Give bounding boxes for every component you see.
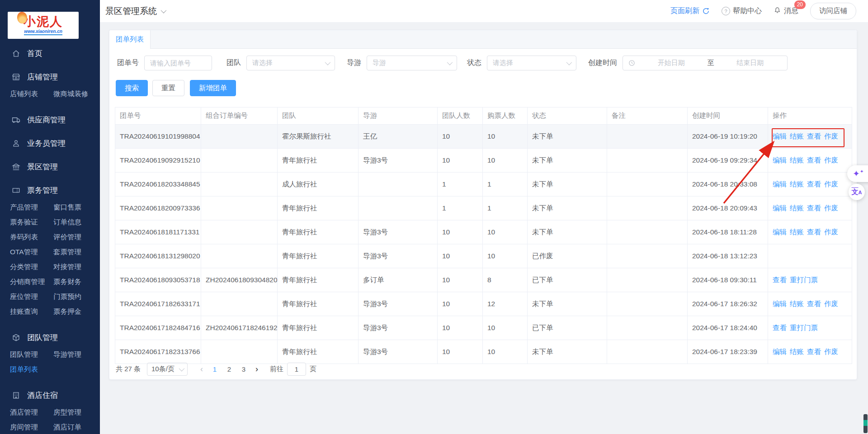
page-number-3[interactable]: 3: [236, 364, 251, 375]
action-view[interactable]: 查看: [807, 156, 821, 165]
action-edit[interactable]: 编辑: [773, 132, 787, 141]
sidebar-item[interactable]: 房型管理: [53, 408, 100, 417]
ai-assistant-button[interactable]: ✦✦: [847, 165, 868, 182]
action-edit[interactable]: 编辑: [773, 299, 787, 309]
team-select[interactable]: 请选择: [246, 56, 335, 70]
sidebar-item[interactable]: 团队管理: [10, 350, 53, 359]
action-view[interactable]: 查看: [807, 299, 821, 309]
sidebar-item[interactable]: 分类管理: [10, 262, 53, 272]
sidebar-section-truck[interactable]: 供应商管理: [12, 114, 100, 125]
sidebar-section-shop[interactable]: 店铺管理: [12, 71, 100, 82]
action-void[interactable]: 作废: [824, 228, 838, 237]
search-button[interactable]: 搜索: [116, 80, 148, 96]
cell-guide: 导游3号: [359, 220, 438, 244]
sidebar-section-user[interactable]: 业务员管理: [12, 138, 100, 149]
sidebar-item[interactable]: 导游管理: [53, 350, 100, 359]
sidebar-item[interactable]: 店铺列表: [10, 89, 53, 99]
sidebar-section-ticket[interactable]: 票务管理: [12, 185, 100, 196]
sidebar-item[interactable]: 座位管理: [10, 292, 53, 302]
action-settle[interactable]: 结账: [790, 347, 804, 357]
scrollbar-thumb[interactable]: [863, 414, 868, 433]
sidebar-item[interactable]: 酒店订单: [53, 423, 100, 432]
cell-guide: 导游3号: [359, 340, 438, 364]
action-view[interactable]: 查看: [807, 132, 821, 141]
action-view[interactable]: 查看: [807, 228, 821, 237]
action-edit[interactable]: 编辑: [773, 204, 787, 213]
sidebar-item[interactable]: OTA管理: [10, 247, 53, 257]
action-view[interactable]: 查看: [773, 275, 787, 285]
action-settle[interactable]: 结账: [790, 204, 804, 213]
action-settle[interactable]: 结账: [790, 299, 804, 309]
order-no-input[interactable]: [144, 56, 212, 70]
reset-button[interactable]: 重置: [152, 80, 184, 96]
column-header: 购票人数: [483, 107, 528, 124]
cell-actions: 编辑结账查看作废: [768, 340, 849, 364]
action-settle[interactable]: 结账: [790, 156, 804, 165]
add-group-order-button[interactable]: 新增团单: [190, 80, 236, 96]
action-edit[interactable]: 编辑: [773, 228, 787, 237]
action-edit[interactable]: 编辑: [773, 347, 787, 357]
refresh-button[interactable]: 页面刷新: [670, 6, 710, 16]
cell-team-size: 10: [438, 244, 483, 268]
guide-select[interactable]: 导游: [367, 56, 457, 70]
sidebar-item[interactable]: 门票预约: [53, 292, 100, 302]
action-void[interactable]: 作废: [824, 180, 838, 189]
sidebar-item[interactable]: 评价管理: [53, 233, 100, 242]
sidebar-item[interactable]: 微商城装修: [53, 89, 100, 99]
sidebar-item[interactable]: 房间管理: [10, 423, 53, 432]
page-number-1[interactable]: 1: [208, 364, 222, 375]
page-number-2[interactable]: 2: [222, 364, 236, 375]
sidebar-item[interactable]: 产品管理: [10, 203, 53, 212]
page-size-select[interactable]: 10条/页: [147, 363, 188, 376]
status-select[interactable]: 请选择: [487, 56, 576, 70]
sidebar-item[interactable]: 套票管理: [53, 247, 100, 257]
sidebar-section-hotel[interactable]: 酒店住宿: [12, 390, 100, 401]
sidebar-section-bank[interactable]: 景区管理: [12, 161, 100, 172]
next-page-button[interactable]: ›: [251, 364, 263, 374]
action-void[interactable]: 作废: [824, 132, 838, 141]
sidebar-subitems: 团队管理导游管理团单列表: [10, 347, 100, 377]
sidebar-item[interactable]: 票务财务: [53, 277, 100, 287]
prev-page-button[interactable]: ‹: [196, 364, 208, 374]
action-edit[interactable]: 编辑: [773, 156, 787, 165]
action-view[interactable]: 查看: [807, 347, 821, 357]
action-void[interactable]: 作废: [824, 347, 838, 357]
sidebar-item[interactable]: 券码列表: [10, 233, 53, 242]
sidebar-item[interactable]: 订单信息: [53, 218, 100, 227]
action-void[interactable]: 作废: [824, 299, 838, 309]
sidebar-item[interactable]: 票务验证: [10, 218, 53, 227]
status-label: 状态: [467, 58, 481, 68]
sidebar-item[interactable]: 酒店管理: [10, 408, 53, 417]
cell-team: 成人旅行社: [278, 173, 359, 196]
help-center-button[interactable]: ? 帮助中心: [722, 6, 762, 16]
sidebar-item[interactable]: 挂账查询: [10, 307, 53, 317]
messages-button[interactable]: 消息 20: [774, 6, 798, 16]
logo[interactable]: 小泥人 www.xiaoniren.cn: [8, 12, 79, 39]
action-settle[interactable]: 结账: [790, 228, 804, 237]
action-void[interactable]: 作废: [824, 204, 838, 213]
sidebar-section-box[interactable]: 团队管理: [12, 332, 100, 343]
action-settle[interactable]: 结账: [790, 132, 804, 141]
sidebar-item[interactable]: 票务押金: [53, 307, 100, 317]
action-view[interactable]: 查看: [807, 180, 821, 189]
sidebar-item[interactable]: 团单列表: [10, 365, 53, 374]
action-reprint-ticket[interactable]: 重打门票: [790, 275, 818, 285]
action-settle[interactable]: 结账: [790, 180, 804, 189]
action-view[interactable]: 查看: [807, 204, 821, 213]
sidebar-section-home[interactable]: 首页: [12, 48, 100, 59]
app-title[interactable]: 景区管理系统: [105, 5, 165, 17]
translate-button[interactable]: 文A: [849, 184, 865, 200]
sidebar-item[interactable]: 对接管理: [53, 262, 100, 272]
sidebar-item[interactable]: 分销商管理: [10, 277, 53, 287]
visit-shop-button[interactable]: 访问店铺: [810, 3, 856, 19]
action-edit[interactable]: 编辑: [773, 180, 787, 189]
action-void[interactable]: 作废: [824, 156, 838, 165]
goto-page-input[interactable]: [287, 363, 306, 376]
sidebar-item[interactable]: 窗口售票: [53, 203, 100, 212]
action-reprint-ticket[interactable]: 重打门票: [790, 323, 818, 333]
tab-group-order-list[interactable]: 团单列表: [109, 30, 151, 49]
action-view[interactable]: 查看: [773, 323, 787, 333]
table-row: TRA20240617182313766青年旅行社导游3号1010未下单2024…: [115, 340, 852, 364]
sidebar-section-label: 票务管理: [27, 185, 58, 196]
created-time-range-picker[interactable]: 开始日期 至 结束日期: [623, 56, 788, 70]
